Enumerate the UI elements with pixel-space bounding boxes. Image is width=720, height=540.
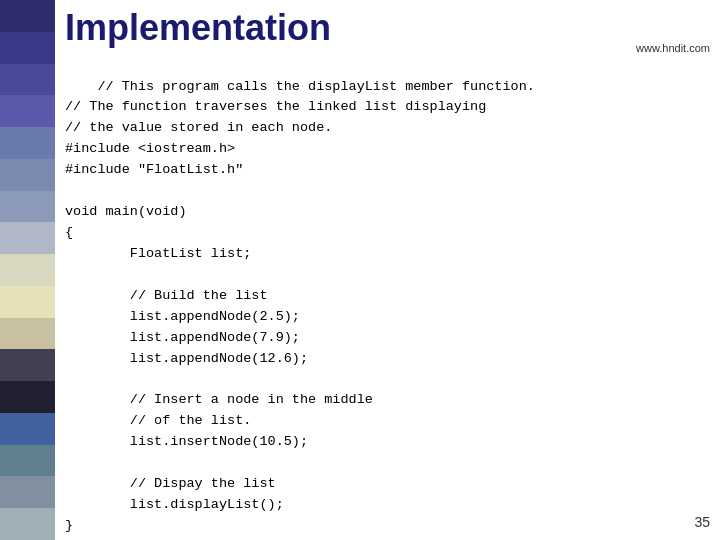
code-comment-insert1: // Insert a node in the middle <box>65 392 373 407</box>
color-block <box>0 508 55 540</box>
code-brace-close: } <box>65 518 73 533</box>
code-block: // This program calls the displayList me… <box>65 56 710 540</box>
code-comment-line3: // the value stored in each node. <box>65 120 332 135</box>
color-block <box>0 0 55 32</box>
color-block <box>0 159 55 191</box>
main-content: Implementation www.hndit.com // This pro… <box>55 0 720 540</box>
color-block <box>0 64 55 96</box>
code-include2: #include "FloatList.h" <box>65 162 243 177</box>
color-block <box>0 349 55 381</box>
code-insertnode: list.insertNode(10.5); <box>65 434 308 449</box>
color-block <box>0 191 55 223</box>
color-block <box>0 413 55 445</box>
color-block <box>0 95 55 127</box>
code-brace-open: { <box>65 225 73 240</box>
color-block <box>0 318 55 350</box>
code-comment-display: // Dispay the list <box>65 476 276 491</box>
color-block <box>0 32 55 64</box>
code-comment-insert2: // of the list. <box>65 413 251 428</box>
code-append2: list.appendNode(7.9); <box>65 330 300 345</box>
page-number: 35 <box>694 514 710 530</box>
code-include1: #include <iostream.h> <box>65 141 235 156</box>
color-block <box>0 254 55 286</box>
code-displaylist: list.displayList(); <box>65 497 284 512</box>
slide-title: Implementation <box>65 8 710 48</box>
code-comment-build: // Build the list <box>65 288 268 303</box>
code-void-main: void main(void) <box>65 204 187 219</box>
color-block <box>0 127 55 159</box>
color-block <box>0 286 55 318</box>
code-append3: list.appendNode(12.6); <box>65 351 308 366</box>
code-comment-line2: // The function traverses the linked lis… <box>65 99 486 114</box>
color-block <box>0 476 55 508</box>
color-strip <box>0 0 55 540</box>
code-comment-line1: // This program calls the displayList me… <box>97 79 534 94</box>
color-block <box>0 222 55 254</box>
code-floatlist: FloatList list; <box>65 246 251 261</box>
url-text: www.hndit.com <box>636 42 710 54</box>
color-block <box>0 445 55 477</box>
color-block <box>0 381 55 413</box>
code-append1: list.appendNode(2.5); <box>65 309 300 324</box>
